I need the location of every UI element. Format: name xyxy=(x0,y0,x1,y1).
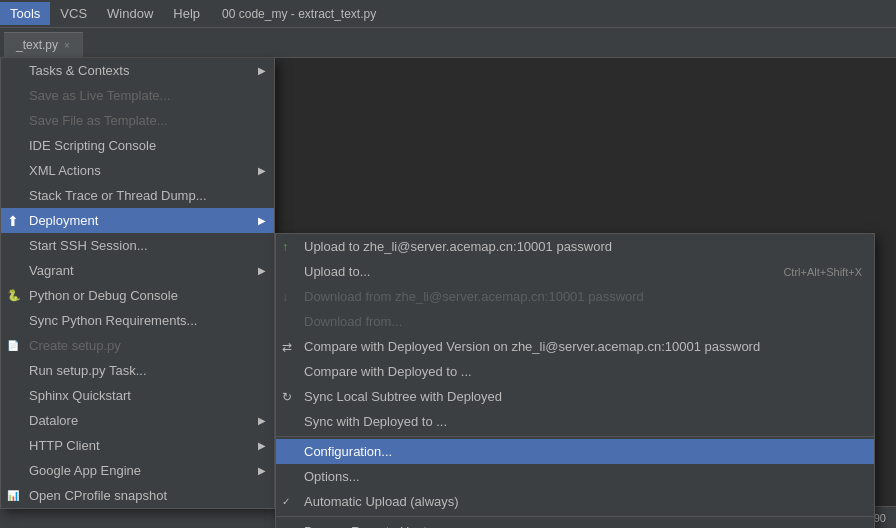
create-setup-label: Create setup.py xyxy=(29,338,121,353)
dep-item-compare-default[interactable]: ⇄ Compare with Deployed Version on zhe_l… xyxy=(276,334,874,359)
tools-item-datalore[interactable]: Datalore ▶ xyxy=(1,408,274,433)
cprofile-label: Open CProfile snapshot xyxy=(29,488,167,503)
dep-item-sync-local[interactable]: ↻ Sync Local Subtree with Deployed xyxy=(276,384,874,409)
menu-tools[interactable]: Tools xyxy=(0,2,50,25)
tools-item-create-setup: 📄 Create setup.py xyxy=(1,333,274,358)
dep-item-download-from: Download from... xyxy=(276,309,874,334)
sphinx-label: Sphinx Quickstart xyxy=(29,388,131,403)
dep-item-download-default: ↓ Download from zhe_li@server.acemap.cn:… xyxy=(276,284,874,309)
ssh-label: Start SSH Session... xyxy=(29,238,148,253)
sync-local-icon: ↻ xyxy=(282,390,292,404)
dep-item-configuration[interactable]: Configuration... xyxy=(276,439,874,464)
deployment-label: Deployment xyxy=(29,213,98,228)
browse-remote-label: Browse Remote Host xyxy=(304,524,427,528)
xml-arrow-icon: ▶ xyxy=(258,165,266,176)
download-default-label: Download from zhe_li@server.acemap.cn:10… xyxy=(304,289,644,304)
vagrant-label: Vagrant xyxy=(29,263,74,278)
tools-item-save-file-template: Save File as Template... xyxy=(1,108,274,133)
http-arrow-icon: ▶ xyxy=(258,440,266,451)
python-console-label: Python or Debug Console xyxy=(29,288,178,303)
menu-vcs[interactable]: VCS xyxy=(50,2,97,25)
tab-label: _text.py xyxy=(16,38,58,52)
tools-item-save-template: Save as Live Template... xyxy=(1,83,274,108)
tasks-arrow-icon: ▶ xyxy=(258,65,266,76)
main-area: Tasks & Contexts ▶ Save as Live Template… xyxy=(0,58,896,528)
tools-item-python-console[interactable]: 🐍 Python or Debug Console xyxy=(1,283,274,308)
dep-item-auto-upload[interactable]: ✓ Automatic Upload (always) xyxy=(276,489,874,514)
save-file-template-label: Save File as Template... xyxy=(29,113,168,128)
upload-icon: ↑ xyxy=(282,240,288,254)
tools-item-ide-scripting[interactable]: IDE Scripting Console xyxy=(1,133,274,158)
dep-item-compare-to[interactable]: Compare with Deployed to ... xyxy=(276,359,874,384)
tools-item-xml[interactable]: XML Actions ▶ xyxy=(1,158,274,183)
compare-default-label: Compare with Deployed Version on zhe_li@… xyxy=(304,339,760,354)
tools-item-sphinx[interactable]: Sphinx Quickstart xyxy=(1,383,274,408)
upload-to-shortcut: Ctrl+Alt+Shift+X xyxy=(783,266,862,278)
cprofile-icon: 📊 xyxy=(7,490,19,501)
auto-upload-label: Automatic Upload (always) xyxy=(304,494,459,509)
tools-item-deployment[interactable]: ⬆ Deployment ▶ xyxy=(1,208,274,233)
sync-to-label: Sync with Deployed to ... xyxy=(304,414,447,429)
tab-extract-text[interactable]: _text.py × xyxy=(4,32,83,57)
ide-scripting-label: IDE Scripting Console xyxy=(29,138,156,153)
tools-item-tasks[interactable]: Tasks & Contexts ▶ xyxy=(1,58,274,83)
tools-item-run-setup[interactable]: Run setup.py Task... xyxy=(1,358,274,383)
download-icon: ↓ xyxy=(282,290,288,304)
deployment-submenu: ↑ Upload to zhe_li@server.acemap.cn:1000… xyxy=(275,233,875,528)
tools-item-stack-trace[interactable]: Stack Trace or Thread Dump... xyxy=(1,183,274,208)
checkmark-icon: ✓ xyxy=(282,496,290,507)
menu-bar: Tools VCS Window Help 00 code_my - extra… xyxy=(0,0,896,28)
tools-item-google-app[interactable]: Google App Engine ▶ xyxy=(1,458,274,483)
menu-help[interactable]: Help xyxy=(163,2,210,25)
google-app-label: Google App Engine xyxy=(29,463,141,478)
tools-item-sync-python[interactable]: Sync Python Requirements... xyxy=(1,308,274,333)
dep-item-upload-default[interactable]: ↑ Upload to zhe_li@server.acemap.cn:1000… xyxy=(276,234,874,259)
compare-to-label: Compare with Deployed to ... xyxy=(304,364,472,379)
dep-separator-1 xyxy=(276,436,874,437)
dep-item-options[interactable]: Options... xyxy=(276,464,874,489)
dep-item-upload-to[interactable]: Upload to... Ctrl+Alt+Shift+X xyxy=(276,259,874,284)
tools-item-ssh[interactable]: Start SSH Session... xyxy=(1,233,274,258)
tasks-label: Tasks & Contexts xyxy=(29,63,129,78)
stack-trace-label: Stack Trace or Thread Dump... xyxy=(29,188,207,203)
sync-python-label: Sync Python Requirements... xyxy=(29,313,197,328)
dep-separator-2 xyxy=(276,516,874,517)
configuration-label: Configuration... xyxy=(304,444,392,459)
deployment-arrow-icon: ▶ xyxy=(258,215,266,226)
xml-label: XML Actions xyxy=(29,163,101,178)
datalore-arrow-icon: ▶ xyxy=(258,415,266,426)
create-setup-icon: 📄 xyxy=(7,340,19,351)
dep-item-browse-remote[interactable]: ☰ Browse Remote Host xyxy=(276,519,874,528)
tools-item-http-client[interactable]: HTTP Client ▶ xyxy=(1,433,274,458)
menu-window[interactable]: Window xyxy=(97,2,163,25)
compare-icon: ⇄ xyxy=(282,340,292,354)
tools-item-vagrant[interactable]: Vagrant ▶ xyxy=(1,258,274,283)
vagrant-arrow-icon: ▶ xyxy=(258,265,266,276)
tools-dropdown: Tasks & Contexts ▶ Save as Live Template… xyxy=(0,58,275,509)
tools-item-cprofile[interactable]: 📊 Open CProfile snapshot xyxy=(1,483,274,508)
deployment-icon: ⬆ xyxy=(7,213,19,229)
options-label: Options... xyxy=(304,469,360,484)
save-template-label: Save as Live Template... xyxy=(29,88,170,103)
tab-close-icon[interactable]: × xyxy=(64,40,70,51)
google-app-arrow-icon: ▶ xyxy=(258,465,266,476)
window-title: 00 code_my - extract_text.py xyxy=(210,3,388,25)
upload-to-label: Upload to... xyxy=(304,264,371,279)
tab-bar: _text.py × xyxy=(0,28,896,58)
python-icon: 🐍 xyxy=(7,289,21,302)
download-from-label: Download from... xyxy=(304,314,402,329)
datalore-label: Datalore xyxy=(29,413,78,428)
run-setup-label: Run setup.py Task... xyxy=(29,363,147,378)
upload-default-label: Upload to zhe_li@server.acemap.cn:10001 … xyxy=(304,239,612,254)
dep-item-sync-to[interactable]: Sync with Deployed to ... xyxy=(276,409,874,434)
sync-local-label: Sync Local Subtree with Deployed xyxy=(304,389,502,404)
http-client-label: HTTP Client xyxy=(29,438,100,453)
